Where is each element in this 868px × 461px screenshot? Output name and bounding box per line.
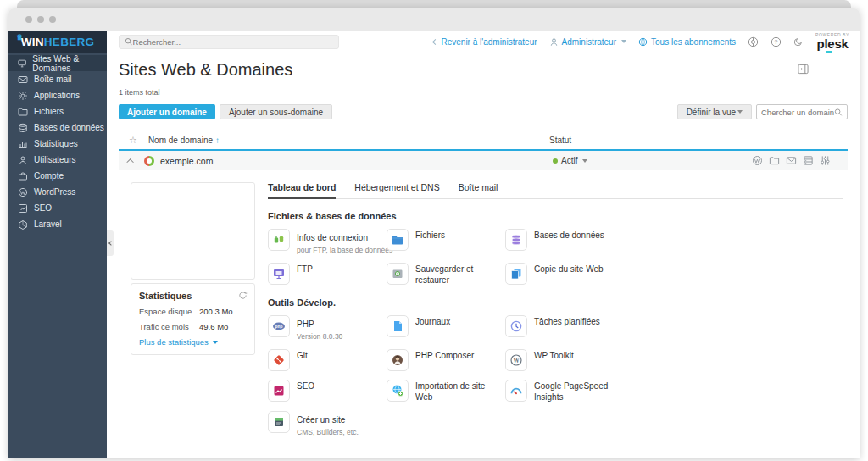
create-site-icon (268, 411, 290, 433)
plesk-logo: POWERED BY plesk (815, 33, 849, 50)
tile-infos-connexion[interactable]: Infos de connexionpour FTP, la base de d… (268, 229, 387, 254)
panel-toggle-icon[interactable] (798, 64, 809, 75)
mail-icon (18, 75, 28, 85)
domain-search-input[interactable] (761, 108, 834, 117)
sidebar-item-label: Boîte mail (34, 75, 71, 84)
refresh-icon[interactable] (238, 291, 248, 300)
sidebar-item-fichiers[interactable]: Fichiers (8, 103, 107, 119)
winheberg-logo: ♛ WINHEBERG (8, 31, 107, 53)
sidebar-item-boite-mail[interactable]: Boîte mail (8, 71, 107, 87)
disk-usage-row: Espace disque 200.3 Mo (139, 307, 247, 316)
sidebar-item-applications[interactable]: Applications (8, 87, 107, 103)
files-action-icon[interactable] (769, 155, 780, 166)
add-domain-button[interactable]: Ajouter un domaine (119, 104, 215, 119)
sidebar-item-label: Applications (34, 91, 80, 100)
tile-bases-de-donnees[interactable]: Bases de données (505, 229, 843, 254)
tile-copie-site[interactable]: Copie du site Web (505, 263, 843, 286)
app-body: Sites Web & Domaines Boîte mail Applicat… (8, 53, 860, 458)
chevron-down-icon (737, 110, 743, 114)
tile-importation-site[interactable]: Importation de site Web (387, 380, 505, 403)
wordpress-action-icon[interactable] (752, 155, 763, 166)
tile-sauvegarder[interactable]: Sauvegarder et restaurer (387, 263, 505, 286)
column-domain-name[interactable]: Nom de domaine (148, 136, 213, 145)
tile-seo[interactable]: SEO (268, 380, 387, 403)
tile-creer-un-site[interactable]: Créer un siteCMS, Builders, etc. (268, 411, 387, 436)
tile-fichiers[interactable]: Fichiers (387, 229, 505, 254)
sidebar-item-utilisateurs[interactable]: Utilisateurs (8, 152, 107, 168)
mail-action-icon[interactable] (786, 155, 797, 166)
globe-icon (638, 37, 648, 47)
plesk-accent-bar (826, 51, 832, 53)
domain-favicon (144, 156, 154, 166)
laravel-icon (18, 219, 28, 230)
add-subdomain-button[interactable]: Ajouter un sous-domaine (220, 104, 332, 119)
tiles-files-db: Infos de connexionpour FTP, la base de d… (268, 229, 843, 286)
window-dot (25, 16, 32, 23)
plesk-label: plesk (817, 37, 849, 50)
back-to-admin-link[interactable]: Revenir à l'administrateur (433, 37, 537, 47)
traffic-row: Trafic ce mois 49.6 Mo (139, 322, 247, 331)
tile-php-composer[interactable]: PHP Composer (387, 349, 505, 371)
sidebar-item-label: SEO (34, 203, 52, 213)
sidebar-item-bases-de-donnees[interactable]: Bases de données (8, 119, 107, 136)
tab-boite-mail[interactable]: Boîte mail (459, 182, 498, 198)
help-icon[interactable]: ? (771, 36, 782, 47)
seo-icon (18, 203, 28, 214)
chevron-down-icon (582, 159, 587, 163)
define-view-button[interactable]: Définir la vue (677, 104, 752, 119)
tile-pagespeed[interactable]: Google PageSpeed Insights (505, 380, 843, 403)
database-action-icon[interactable] (803, 155, 814, 166)
tile-journaux[interactable]: Journaux (387, 315, 505, 341)
statistics-panel: Statistiques Espace disque 200.3 Mo Traf… (131, 283, 255, 355)
sidebar-item-label: Bases de données (34, 123, 104, 132)
sidebar-item-laravel[interactable]: Laravel (8, 216, 107, 232)
tile-wp-toolkit[interactable]: W WP Toolkit (505, 349, 843, 371)
dark-mode-moon-icon[interactable] (793, 36, 804, 47)
git-icon (268, 349, 290, 371)
site-import-icon (387, 380, 409, 402)
search-icon (834, 108, 843, 117)
sidebar-item-label: Statistiques (34, 139, 78, 148)
domain-row[interactable]: exemple.com Actif (119, 149, 848, 170)
connection-icon (268, 229, 290, 251)
sidebar-item-seo[interactable]: SEO (8, 200, 107, 216)
tile-taches-planifiees[interactable]: Tâches planifiées (505, 315, 843, 341)
global-search[interactable] (119, 35, 339, 49)
define-view-label: Définir la vue (687, 108, 736, 117)
user-icon (549, 37, 559, 47)
all-subscriptions-link[interactable]: Tous les abonnements (638, 37, 736, 47)
sidebar-item-sites-web[interactable]: Sites Web & Domaines (8, 55, 107, 71)
more-statistics-link[interactable]: Plus de statistiques (139, 337, 247, 347)
tab-hebergement-dns[interactable]: Hébergement et DNS (354, 182, 439, 198)
site-preview[interactable] (131, 182, 255, 280)
sidebar-item-statistiques[interactable]: Statistiques (8, 136, 107, 152)
domain-quick-actions (752, 155, 831, 166)
traffic-value: 49.6 Mo (199, 322, 247, 331)
items-total: 1 items total (107, 80, 860, 97)
section-title-dev-tools: Outils Dévelop. (268, 297, 843, 308)
status-badge[interactable]: Actif (553, 156, 587, 165)
sidebar-item-wordpress[interactable]: WordPress (8, 184, 107, 200)
search-input[interactable] (133, 37, 333, 47)
tile-git[interactable]: Git (268, 349, 387, 371)
sort-ascending-icon[interactable]: ↑ (215, 136, 220, 145)
scheduled-tasks-icon (505, 315, 527, 337)
backup-icon (387, 263, 409, 285)
traffic-label: Trafic ce mois (139, 322, 189, 331)
domain-name[interactable]: exemple.com (160, 156, 213, 166)
extensions-icon[interactable] (748, 36, 759, 47)
php-icon: php (268, 315, 290, 337)
tile-php[interactable]: php PHPVersion 8.0.30 (268, 315, 387, 341)
sidebar-collapse-handle[interactable] (107, 230, 114, 256)
favorite-star-icon[interactable]: ☆ (129, 135, 137, 146)
domain-search[interactable] (756, 104, 848, 119)
collapse-row-icon[interactable] (126, 158, 133, 165)
tile-ftp[interactable]: FTP (268, 263, 387, 286)
tiles-dev-tools: php PHPVersion 8.0.30 Journaux Tâches pl… (268, 315, 843, 436)
tab-tableau-de-bord[interactable]: Tableau de bord (268, 182, 336, 199)
settings-sliders-icon[interactable] (820, 155, 831, 166)
admin-user-menu[interactable]: Administrateur (549, 37, 626, 47)
domain-dashboard: Statistiques Espace disque 200.3 Mo Traf… (107, 170, 860, 447)
sidebar-item-compte[interactable]: Compte (8, 168, 107, 184)
sidebar-item-label: Laravel (34, 219, 62, 229)
